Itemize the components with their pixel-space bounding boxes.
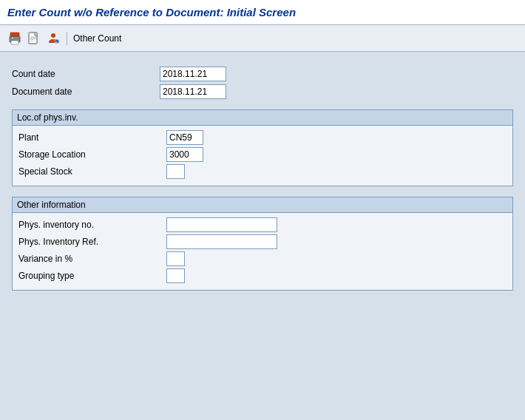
document-date-input[interactable] xyxy=(160,84,226,99)
svg-text:+: + xyxy=(55,39,58,44)
grouping-type-row: Grouping type xyxy=(18,268,507,283)
variance-label: Variance in % xyxy=(18,254,166,264)
other-info-header: Other information xyxy=(13,197,512,213)
phys-inv-ref-label: Phys. Inventory Ref. xyxy=(18,237,166,247)
toolbar: + Other Count xyxy=(0,25,525,52)
plant-row: Plant xyxy=(18,130,507,145)
plant-label: Plant xyxy=(18,132,166,143)
title-bar: Enter Count w/o Reference to Document: I… xyxy=(0,0,525,25)
toolbar-separator xyxy=(67,32,67,45)
document-icon[interactable] xyxy=(27,31,41,46)
phys-inv-no-row: Phys. inventory no. xyxy=(18,217,507,232)
phys-inv-ref-row: Phys. Inventory Ref. xyxy=(18,234,507,249)
loc-section-content: Plant Storage Location Special Stock xyxy=(13,126,512,186)
phys-inv-no-label: Phys. inventory no. xyxy=(18,220,166,230)
grouping-type-label: Grouping type xyxy=(18,271,166,281)
toolbar-label: Other Count xyxy=(73,33,121,44)
phys-inv-ref-input[interactable] xyxy=(166,234,277,249)
other-info-content: Phys. inventory no. Phys. Inventory Ref.… xyxy=(13,213,512,290)
loc-section-header: Loc.of phys.inv. xyxy=(13,110,512,126)
svg-rect-3 xyxy=(12,38,13,38)
user-icon[interactable]: + xyxy=(46,31,61,46)
storage-location-label: Storage Location xyxy=(18,149,166,160)
loc-section: Loc.of phys.inv. Plant Storage Location … xyxy=(12,109,513,186)
count-date-input[interactable] xyxy=(160,67,226,81)
grouping-type-input[interactable] xyxy=(166,268,185,283)
plant-input[interactable] xyxy=(166,130,203,145)
variance-row: Variance in % xyxy=(18,251,507,266)
storage-location-row: Storage Location xyxy=(18,147,507,162)
storage-location-input[interactable] xyxy=(166,147,203,162)
special-stock-label: Special Stock xyxy=(18,166,166,177)
svg-point-8 xyxy=(51,33,55,38)
variance-input[interactable] xyxy=(166,251,185,266)
special-stock-input[interactable] xyxy=(166,164,185,179)
count-date-label: Count date xyxy=(12,69,160,79)
phys-inv-no-input[interactable] xyxy=(166,217,277,232)
special-stock-row: Special Stock xyxy=(18,164,507,179)
main-content: Count date Document date Loc.of phys.inv… xyxy=(0,52,525,308)
print-icon[interactable] xyxy=(7,31,22,46)
count-date-row: Count date xyxy=(12,67,513,81)
document-date-row: Document date xyxy=(12,84,513,99)
svg-rect-2 xyxy=(11,41,18,44)
other-info-section: Other information Phys. inventory no. Ph… xyxy=(12,197,513,291)
page-title: Enter Count w/o Reference to Document: I… xyxy=(7,6,518,18)
document-date-label: Document date xyxy=(12,87,160,97)
